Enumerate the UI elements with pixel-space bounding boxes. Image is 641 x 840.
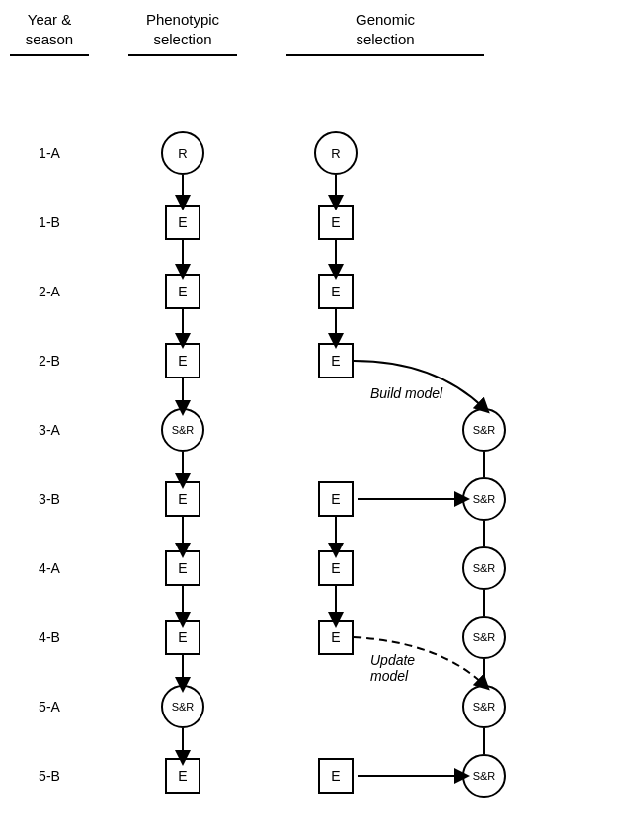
- pheno-5A-SR: S&R: [161, 685, 204, 728]
- geno-2A-E: E: [318, 274, 354, 309]
- pheno-1B-E: E: [165, 205, 200, 240]
- pheno-5B-E: E: [165, 758, 200, 794]
- pheno-4B-E: E: [165, 620, 200, 655]
- year-5A: 5-A: [20, 699, 79, 714]
- geno-1A-R: R: [314, 131, 358, 175]
- geno-4B-E: E: [318, 620, 354, 655]
- geno-3B-E: E: [318, 481, 354, 517]
- diagram-svg: [0, 0, 641, 840]
- year-5B: 5-B: [20, 768, 79, 784]
- header-genomic: Genomicselection: [286, 10, 484, 56]
- pheno-2A-E: E: [165, 274, 200, 309]
- year-4A: 4-A: [20, 560, 79, 576]
- geno-4A-E: E: [318, 550, 354, 586]
- geno-5B-E: E: [318, 758, 354, 794]
- year-2B: 2-B: [20, 353, 79, 369]
- geno2-3B-SR: S&R: [462, 477, 506, 521]
- geno2-5A-SR: S&R: [462, 685, 506, 728]
- year-1A: 1-A: [20, 145, 79, 161]
- header-year: Year &season: [10, 10, 89, 56]
- geno2-4B-SR: S&R: [462, 616, 506, 659]
- geno2-4A-SR: S&R: [462, 546, 506, 590]
- year-3A: 3-A: [20, 422, 79, 438]
- header-phenotypic: Phenotypicselection: [128, 10, 237, 56]
- pheno-3A-SR: S&R: [161, 408, 204, 452]
- geno-1B-E: E: [318, 205, 354, 240]
- pheno-2B-E: E: [165, 343, 200, 378]
- year-4B: 4-B: [20, 630, 79, 645]
- pheno-3B-E: E: [165, 481, 200, 517]
- geno2-5B-SR: S&R: [462, 754, 506, 798]
- build-model-label: Build model: [370, 385, 442, 401]
- diagram-container: Year &season Phenotypicselection Genomic…: [0, 0, 641, 840]
- year-1B: 1-B: [20, 214, 79, 230]
- geno2-3A-SR: S&R: [462, 408, 506, 452]
- pheno-1A-R: R: [161, 131, 204, 175]
- year-3B: 3-B: [20, 491, 79, 507]
- pheno-4A-E: E: [165, 550, 200, 586]
- year-2A: 2-A: [20, 284, 79, 299]
- update-model-label: Updatemodel: [370, 652, 415, 684]
- geno-2B-E: E: [318, 343, 354, 378]
